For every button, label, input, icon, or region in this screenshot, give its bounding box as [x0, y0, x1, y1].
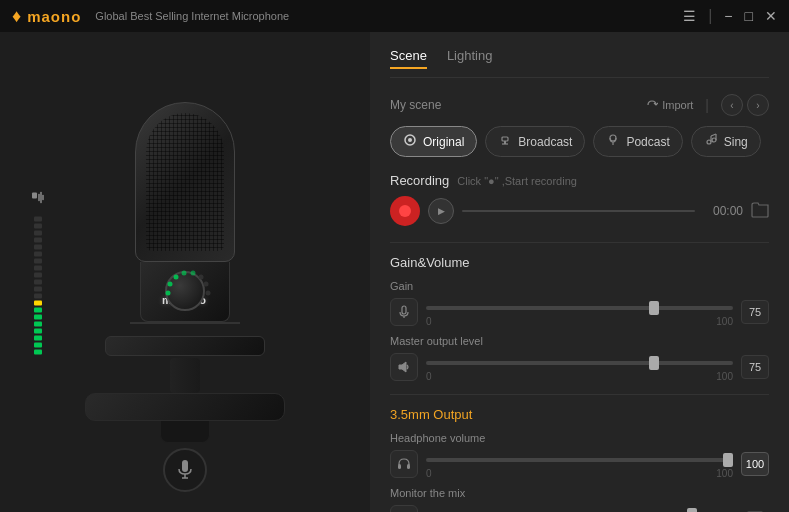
speaker-icon	[397, 360, 411, 374]
level-bar	[34, 343, 42, 348]
level-bar	[34, 231, 42, 236]
headphone-slider-row: Headphone volume 0 100	[390, 432, 769, 479]
nav-prev-button[interactable]: ‹	[721, 94, 743, 116]
headphone-slider-container: 0 100 100	[390, 448, 769, 479]
play-button[interactable]: ▶	[428, 198, 454, 224]
level-bar	[34, 245, 42, 250]
svg-rect-9	[182, 460, 188, 472]
gain-value: 75	[741, 300, 769, 324]
recording-section: Recording Click "●" ,Start recording ▶ 0…	[390, 173, 769, 226]
recording-label: Recording	[390, 173, 449, 188]
headphone-value: 100	[741, 452, 769, 476]
recording-time: 00:00	[703, 204, 743, 218]
headphone-range-labels: 0 100	[426, 468, 733, 479]
podcast-label: Podcast	[626, 135, 669, 149]
output-section: 3.5mm Output Headphone volume	[390, 407, 769, 512]
logo-icon: ♦	[12, 6, 21, 27]
level-bar	[34, 287, 42, 292]
original-icon	[403, 133, 417, 150]
minimize-button[interactable]: −	[724, 9, 732, 23]
led-ring-svg	[158, 264, 216, 322]
level-bar	[34, 280, 42, 285]
titlebar: ♦ maono Global Best Selling Internet Mic…	[0, 0, 789, 32]
gain-label: Gain	[390, 280, 769, 292]
svg-point-7	[204, 282, 209, 287]
headphone-slider[interactable]	[426, 458, 733, 462]
svg-rect-0	[32, 193, 37, 199]
folder-icon	[751, 202, 769, 218]
recording-controls: ▶ 00:00	[390, 196, 769, 226]
menu-icon[interactable]: ☰	[683, 9, 696, 23]
level-bar	[34, 266, 42, 271]
svg-point-2	[168, 282, 173, 287]
master-output-slider-row: Master output level 0 100	[390, 335, 769, 382]
mic-mute-button[interactable]	[163, 448, 207, 492]
import-button[interactable]: Import	[646, 99, 693, 111]
original-svg-icon	[403, 133, 417, 147]
sing-svg-icon	[704, 133, 718, 147]
level-bar	[34, 224, 42, 229]
preset-broadcast[interactable]: Broadcast	[485, 126, 585, 157]
scene-header: My scene Import | ‹ ›	[390, 94, 769, 116]
logo-text: maono	[27, 8, 81, 25]
gain-volume-title: Gain&Volume	[390, 255, 769, 270]
record-button[interactable]	[390, 196, 420, 226]
left-panel: maono	[0, 32, 370, 512]
tab-scene[interactable]: Scene	[390, 48, 427, 69]
divider-1	[390, 242, 769, 243]
master-output-value: 75	[741, 355, 769, 379]
svg-point-4	[182, 271, 187, 276]
mic-mute-icon	[177, 460, 193, 480]
record-dot	[399, 205, 411, 217]
level-bar	[34, 238, 42, 243]
recording-folder-button[interactable]	[751, 202, 769, 221]
monitor-slider-container: 0 100 100	[390, 503, 769, 512]
svg-rect-14	[502, 137, 508, 141]
headphone-track-wrap: 0 100	[426, 448, 733, 479]
svg-point-6	[199, 275, 204, 280]
gain-slider-container: 0 100 75	[390, 296, 769, 327]
level-bar	[34, 301, 42, 306]
maximize-button[interactable]: □	[745, 9, 753, 23]
gain-slider[interactable]	[426, 306, 733, 310]
level-meter	[30, 190, 46, 355]
svg-point-3	[174, 275, 179, 280]
nav-sep: |	[705, 97, 709, 113]
podcast-icon	[606, 133, 620, 150]
headphone-label: Headphone volume	[390, 432, 769, 444]
gain-slider-row: Gain 0 100	[390, 280, 769, 327]
level-bar	[34, 217, 42, 222]
microphone-display: maono	[55, 62, 315, 482]
tab-lighting[interactable]: Lighting	[447, 48, 493, 69]
close-button[interactable]: ✕	[765, 9, 777, 23]
preset-original[interactable]: Original	[390, 126, 477, 157]
level-bar	[34, 322, 42, 327]
recording-progress-bar	[462, 210, 695, 212]
app-logo: ♦ maono Global Best Selling Internet Mic…	[12, 6, 289, 27]
level-bar	[34, 350, 42, 355]
master-output-track-wrap: 0 100	[426, 351, 733, 382]
preset-sing[interactable]: Sing	[691, 126, 761, 157]
output-35mm-title: 3.5mm	[390, 407, 433, 422]
monitor-screen-button[interactable]	[741, 507, 769, 513]
svg-rect-24	[402, 306, 406, 314]
level-bar	[34, 259, 42, 264]
svg-rect-27	[398, 464, 401, 469]
my-scene-label: My scene	[390, 98, 441, 112]
svg-point-13	[408, 138, 412, 142]
app-subtitle: Global Best Selling Internet Microphone	[95, 10, 289, 22]
master-output-slider[interactable]	[426, 361, 733, 365]
gain-range-labels: 0 100	[426, 316, 733, 327]
monitor-label: Monitor the mix	[390, 487, 769, 499]
nav-next-button[interactable]: ›	[747, 94, 769, 116]
output-title-highlight: Output	[433, 407, 472, 422]
monitor-track-wrap: 0 100	[426, 503, 697, 512]
level-meter-icon	[30, 190, 46, 209]
master-output-range-labels: 0 100	[426, 371, 733, 382]
preset-podcast[interactable]: Podcast	[593, 126, 682, 157]
monitor-slider-row: Monitor the mix 0 100	[390, 487, 769, 512]
master-output-icon	[390, 353, 418, 381]
scene-controls: Import | ‹ ›	[646, 94, 769, 116]
mic-knob[interactable]	[165, 271, 205, 311]
recording-header: Recording Click "●" ,Start recording	[390, 173, 769, 188]
